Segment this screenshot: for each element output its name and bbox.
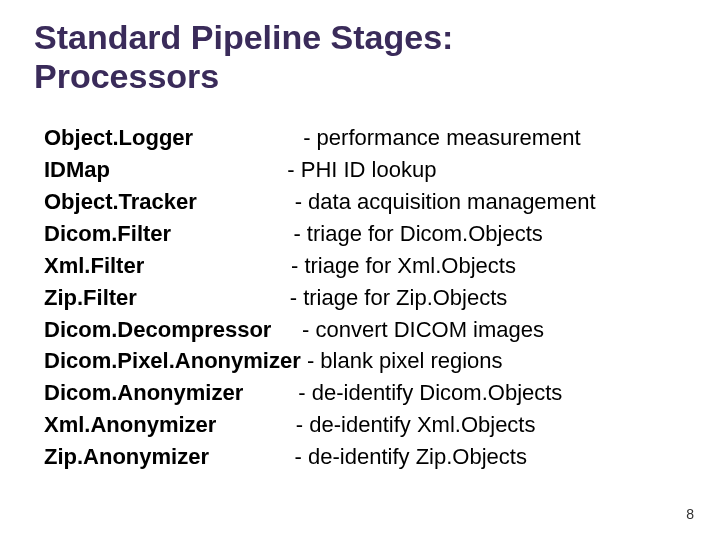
processor-name: Dicom.Pixel.Anonymizer: [44, 345, 301, 377]
spacing: [209, 441, 295, 473]
list-item: Object.Tracker - data acquisition manage…: [44, 186, 686, 218]
list-item: IDMap - PHI ID lookup: [44, 154, 686, 186]
processor-name: Zip.Anonymizer: [44, 441, 209, 473]
slide: Standard Pipeline Stages: Processors Obj…: [0, 0, 720, 540]
spacing: [271, 314, 302, 346]
spacing: [137, 282, 290, 314]
processor-desc: - data acquisition management: [295, 186, 596, 218]
processor-name: Dicom.Decompressor: [44, 314, 271, 346]
processor-name: Object.Tracker: [44, 186, 197, 218]
processor-name: Zip.Filter: [44, 282, 137, 314]
spacing: [193, 122, 303, 154]
page-number: 8: [686, 506, 694, 522]
list-item: Object.Logger - performance measurement: [44, 122, 686, 154]
processor-desc: - convert DICOM images: [302, 314, 544, 346]
spacing: [110, 154, 287, 186]
spacing: [171, 218, 293, 250]
processor-desc: - blank pixel regions: [307, 345, 503, 377]
processor-desc: - de-identify Dicom.Objects: [298, 377, 562, 409]
processor-name: Dicom.Filter: [44, 218, 171, 250]
processor-list: Object.Logger - performance measurementI…: [34, 122, 686, 473]
spacing: [144, 250, 291, 282]
list-item: Dicom.Pixel.Anonymizer - blank pixel reg…: [44, 345, 686, 377]
processor-desc: - performance measurement: [303, 122, 581, 154]
title-line-1: Standard Pipeline Stages:: [34, 18, 453, 56]
list-item: Dicom.Anonymizer - de-identify Dicom.Obj…: [44, 377, 686, 409]
list-item: Dicom.Decompressor - convert DICOM image…: [44, 314, 686, 346]
list-item: Zip.Filter - triage for Zip.Objects: [44, 282, 686, 314]
processor-name: Xml.Filter: [44, 250, 144, 282]
processor-name: IDMap: [44, 154, 110, 186]
processor-desc: - PHI ID lookup: [287, 154, 436, 186]
page-title: Standard Pipeline Stages: Processors: [34, 18, 686, 96]
processor-name: Xml.Anonymizer: [44, 409, 216, 441]
processor-desc: - triage for Zip.Objects: [290, 282, 508, 314]
list-item: Zip.Anonymizer - de-identify Zip.Objects: [44, 441, 686, 473]
spacing: [243, 377, 298, 409]
list-item: Xml.Filter - triage for Xml.Objects: [44, 250, 686, 282]
processor-desc: - de-identify Zip.Objects: [295, 441, 527, 473]
processor-desc: - triage for Dicom.Objects: [293, 218, 542, 250]
list-item: Dicom.Filter - triage for Dicom.Objects: [44, 218, 686, 250]
spacing: [216, 409, 295, 441]
processor-desc: - triage for Xml.Objects: [291, 250, 516, 282]
spacing: [197, 186, 295, 218]
processor-name: Dicom.Anonymizer: [44, 377, 243, 409]
list-item: Xml.Anonymizer - de-identify Xml.Objects: [44, 409, 686, 441]
processor-desc: - de-identify Xml.Objects: [296, 409, 536, 441]
processor-name: Object.Logger: [44, 122, 193, 154]
title-line-2: Processors: [34, 57, 219, 95]
